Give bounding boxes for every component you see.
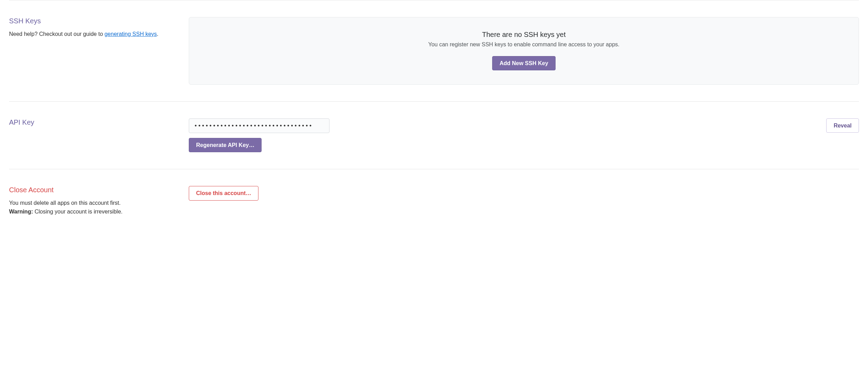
close-account-section: Close Account You must delete all apps o…: [9, 169, 859, 220]
ssh-empty-card: There are no SSH keys yet You can regist…: [189, 17, 859, 85]
close-account-button[interactable]: Close this account…: [189, 186, 258, 200]
close-account-right: Close this account…: [189, 186, 859, 200]
warning-text: Closing your account is irreversible.: [33, 209, 123, 215]
api-key-input[interactable]: [189, 118, 330, 133]
api-key-section: API Key Regenerate API Key… Reveal: [9, 102, 859, 169]
ssh-empty-title: There are no SSH keys yet: [197, 31, 850, 39]
api-key-controls: Regenerate API Key…: [189, 118, 826, 152]
ssh-keys-left: SSH Keys Need help? Checkout out our gui…: [9, 17, 189, 39]
ssh-empty-subtitle: You can register new SSH keys to enable …: [197, 41, 850, 48]
ssh-keys-title: SSH Keys: [9, 17, 175, 25]
ssh-keys-section: SSH Keys Need help? Checkout out our gui…: [9, 0, 859, 101]
close-account-title: Close Account: [9, 186, 175, 194]
ssh-help-prefix: Need help? Checkout out our guide to: [9, 31, 104, 37]
add-ssh-key-button[interactable]: Add New SSH Key: [492, 56, 556, 70]
close-account-desc: You must delete all apps on this account…: [9, 199, 175, 208]
api-key-actions: Regenerate API Key…: [189, 138, 826, 152]
api-reveal-wrapper: Reveal: [826, 118, 859, 133]
api-key-right: Regenerate API Key… Reveal: [189, 118, 859, 152]
reveal-api-key-button[interactable]: Reveal: [826, 118, 859, 133]
generating-ssh-keys-link[interactable]: generating SSH keys: [104, 31, 157, 37]
close-account-warning: Warning: Closing your account is irrever…: [9, 208, 175, 216]
ssh-keys-right: There are no SSH keys yet You can regist…: [189, 17, 859, 85]
close-account-left: Close Account You must delete all apps o…: [9, 186, 189, 216]
ssh-keys-help-text: Need help? Checkout out our guide to gen…: [9, 30, 175, 39]
ssh-help-suffix: .: [157, 31, 158, 37]
api-key-title: API Key: [9, 118, 175, 126]
api-key-left: API Key: [9, 118, 189, 131]
warning-label: Warning:: [9, 209, 33, 215]
regenerate-api-key-button[interactable]: Regenerate API Key…: [189, 138, 262, 152]
